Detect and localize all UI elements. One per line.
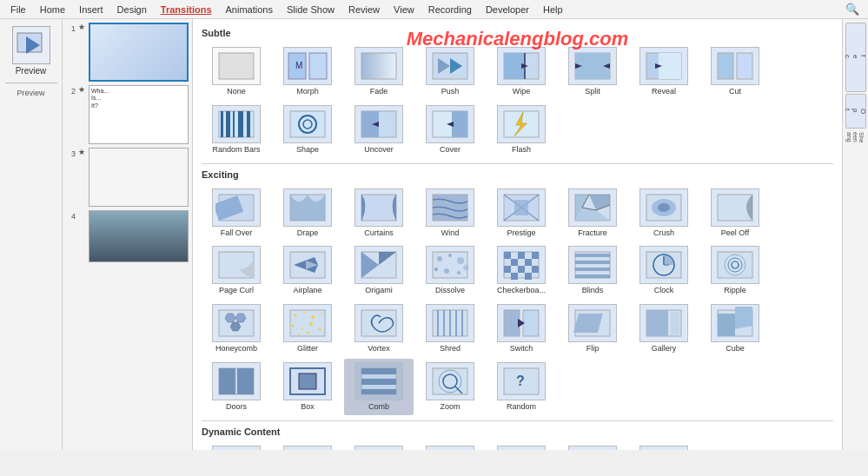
transition-crush[interactable]: Crush: [629, 185, 699, 241]
transition-wind-icon: [426, 188, 474, 227]
transition-pagecurl-label: Page Curl: [219, 286, 254, 295]
transition-randombars[interactable]: Random Bars: [202, 102, 271, 158]
transition-switch[interactable]: Switch: [487, 301, 556, 357]
menu-recording[interactable]: Recording: [421, 3, 479, 17]
transition-gallery[interactable]: Gallery: [629, 301, 699, 357]
slide-thumb-2[interactable]: 2 ★ Wha...Is...It?: [66, 85, 189, 144]
transition-vortex[interactable]: Vortex: [344, 301, 414, 357]
transition-fallover[interactable]: Fall Over: [202, 185, 271, 241]
transition-window[interactable]: Window: [487, 442, 556, 450]
transition-fracture-icon: [568, 188, 617, 227]
slide-star-1: ★: [78, 23, 86, 31]
menu-animations[interactable]: Animations: [219, 3, 280, 17]
svg-rect-29: [247, 111, 250, 137]
transition-zoom[interactable]: Zoom: [415, 359, 485, 415]
transition-blinds-label: Blinds: [582, 286, 604, 295]
menu-insert[interactable]: Insert: [72, 3, 110, 17]
transition-fracture-label: Fracture: [578, 228, 607, 238]
svg-point-57: [658, 203, 670, 212]
menu-view[interactable]: View: [387, 3, 421, 17]
preview-button[interactable]: Preview: [2, 23, 61, 79]
slide-num-1: 1: [66, 23, 76, 33]
transition-fracture[interactable]: Fracture: [558, 185, 627, 241]
svg-text:?: ?: [516, 374, 525, 388]
transition-zoom-icon: [426, 362, 474, 400]
menu-developer[interactable]: Developer: [479, 3, 536, 17]
slide-thumb-3[interactable]: 3 ★: [66, 148, 189, 207]
transition-flythrough[interactable]: Fly Through: [629, 442, 699, 450]
transition-honeycomb[interactable]: Honeycomb: [202, 301, 271, 357]
menu-home[interactable]: Home: [33, 3, 72, 17]
transition-shape[interactable]: Shape: [273, 102, 342, 158]
transition-prestige[interactable]: Prestige: [487, 185, 556, 241]
svg-rect-87: [575, 261, 610, 264]
transition-rotate-icon: [426, 446, 474, 450]
transition-curtains[interactable]: Curtains: [344, 185, 414, 241]
slide-thumb-4[interactable]: 4: [66, 210, 189, 262]
transition-dissolve-label: Dissolve: [435, 286, 465, 295]
transition-comb[interactable]: Comb: [344, 359, 414, 415]
transition-cover[interactable]: Cover: [415, 102, 485, 158]
menu-help[interactable]: Help: [536, 3, 570, 17]
transition-checker[interactable]: Checkerboa...: [487, 242, 556, 299]
svg-rect-4: [309, 53, 327, 79]
options-button[interactable]: Opt: [845, 94, 866, 129]
transition-pagecurl[interactable]: Page Curl: [202, 242, 271, 299]
transition-curtains-label: Curtains: [364, 228, 394, 238]
transition-rotate[interactable]: Rotate: [415, 442, 485, 450]
transition-split[interactable]: Split: [558, 43, 627, 100]
transition-flip[interactable]: Flip: [558, 301, 627, 357]
transition-pan-icon: [212, 446, 261, 450]
transition-flash[interactable]: Flash: [487, 102, 556, 158]
transition-origami[interactable]: Origami: [344, 242, 414, 299]
transition-peeloff[interactable]: Peel Off: [700, 185, 770, 241]
svg-rect-2: [219, 53, 254, 79]
transition-drape[interactable]: Drape: [273, 185, 342, 241]
search-icon[interactable]: 🔍: [840, 3, 865, 16]
transition-cut[interactable]: Cut: [700, 43, 770, 100]
transition-airplane[interactable]: Airplane: [273, 242, 342, 299]
transition-push[interactable]: Push: [415, 43, 485, 100]
transition-wind-label: Wind: [441, 228, 460, 238]
svg-point-108: [319, 328, 321, 331]
transition-morph[interactable]: M Morph: [273, 43, 342, 100]
menu-slideshow[interactable]: Slide Show: [280, 3, 341, 17]
transition-honeycomb-label: Honeycomb: [215, 344, 257, 354]
transition-pan[interactable]: Pan: [202, 442, 271, 450]
svg-rect-131: [237, 368, 254, 394]
transition-ferriswheel[interactable]: Ferris Wheel: [273, 442, 342, 450]
transition-shred[interactable]: Shred: [415, 301, 485, 357]
slide-thumb-1[interactable]: 1 ★: [66, 23, 189, 82]
svg-rect-92: [718, 252, 752, 278]
svg-point-105: [292, 325, 295, 327]
transition-conveyor[interactable]: Conveyor: [344, 442, 414, 450]
transition-cube[interactable]: Cube: [700, 301, 770, 357]
transition-ripple-icon: [711, 246, 759, 284]
transition-box[interactable]: Box: [273, 359, 342, 415]
transition-clock[interactable]: Clock: [629, 242, 699, 299]
transition-crush-label: Crush: [653, 228, 674, 238]
transition-uncover-icon: [354, 105, 403, 143]
transition-blinds[interactable]: Blinds: [558, 242, 627, 299]
transition-ripple[interactable]: Ripple: [700, 242, 770, 299]
transition-reveal[interactable]: Reveal: [629, 43, 699, 100]
transition-peeloff-label: Peel Off: [721, 228, 749, 238]
menu-design[interactable]: Design: [110, 3, 154, 17]
transition-random[interactable]: ? Random: [487, 359, 556, 415]
transition-fade[interactable]: Fade: [344, 43, 414, 100]
transition-uncover[interactable]: Uncover: [344, 102, 414, 158]
transition-fade-icon: [354, 47, 403, 85]
transition-wind[interactable]: Wind: [415, 185, 485, 241]
transition-doors[interactable]: Doors: [202, 359, 271, 415]
transition-doors-label: Doors: [226, 402, 247, 412]
transition-none[interactable]: None: [202, 43, 271, 100]
transition-dissolve[interactable]: Dissolve: [415, 242, 485, 299]
effects-options-button[interactable]: Effects: [845, 23, 866, 92]
menu-transitions[interactable]: Transitions: [154, 3, 219, 17]
transition-orbit[interactable]: Orbit: [558, 442, 627, 450]
menu-file[interactable]: File: [3, 3, 33, 17]
transition-glitter[interactable]: Glitter: [273, 301, 342, 357]
svg-rect-77: [532, 252, 539, 259]
transition-wipe[interactable]: Wipe: [487, 43, 556, 100]
menu-review[interactable]: Review: [341, 3, 387, 17]
